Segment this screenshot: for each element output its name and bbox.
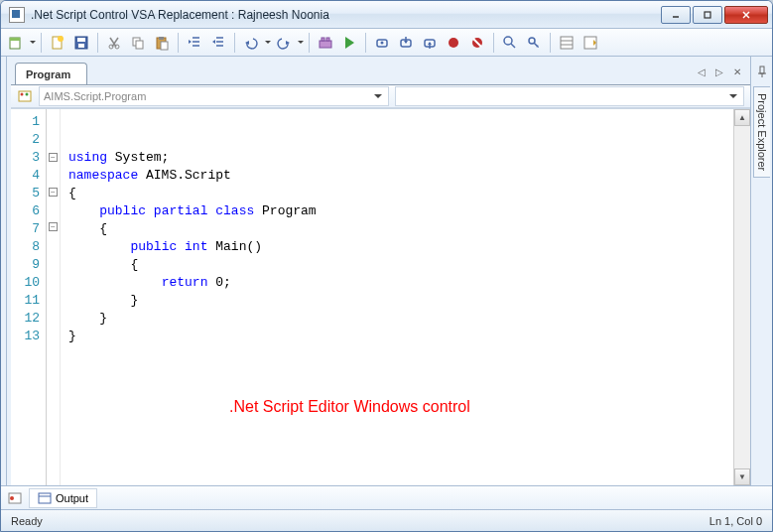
step-into-button[interactable]	[395, 32, 417, 54]
svg-marker-27	[212, 40, 215, 44]
scroll-down-icon[interactable]: ▼	[734, 468, 750, 485]
close-button[interactable]	[724, 6, 768, 24]
svg-marker-38	[404, 41, 408, 44]
svg-rect-31	[322, 38, 324, 41]
status-ready: Ready	[11, 515, 43, 527]
scroll-track[interactable]	[734, 126, 750, 468]
undo-button[interactable]	[240, 32, 262, 54]
project-explorer-tab[interactable]: Project Explorer	[753, 86, 770, 178]
undo-dropdown[interactable]	[264, 32, 271, 54]
tab-program[interactable]: Program	[15, 63, 87, 84]
svg-line-46	[511, 44, 515, 48]
line-number-gutter: 12345678910111213	[11, 109, 47, 485]
svg-point-56	[21, 93, 24, 96]
scroll-up-icon[interactable]: ▲	[734, 109, 750, 126]
vertical-scrollbar[interactable]: ▲ ▼	[733, 109, 750, 485]
cut-button[interactable]	[103, 32, 125, 54]
app-window: .Net Script Control VSA Replacement : Ra…	[0, 0, 773, 532]
new-file-button[interactable]	[47, 32, 68, 54]
paste-button[interactable]	[151, 32, 173, 54]
new-project-button[interactable]	[5, 32, 27, 54]
breakpoint-toggle-button[interactable]	[443, 32, 464, 54]
svg-rect-16	[136, 41, 143, 49]
fold-toggle[interactable]: −	[49, 222, 58, 231]
left-dock-stub[interactable]	[1, 57, 7, 485]
redo-dropdown[interactable]	[297, 32, 304, 54]
outdent-button[interactable]	[184, 32, 205, 54]
tab-next-icon[interactable]: ▷	[712, 65, 726, 78]
svg-point-35	[381, 41, 384, 44]
svg-rect-50	[561, 37, 573, 49]
navigation-bar: AIMS.Script.Program	[11, 84, 750, 108]
output-tab-label: Output	[56, 492, 88, 504]
build-button[interactable]	[315, 32, 336, 54]
output-icon	[38, 491, 52, 505]
editor-panel: Program ◁ ▷ ✕ AIMS.Script.Program 123456…	[11, 61, 750, 485]
window-title: .Net Script Control VSA Replacement : Ra…	[31, 8, 659, 22]
error-list-icon[interactable]	[7, 490, 23, 506]
overlay-line1: .Net Script Editor Windows control	[229, 389, 470, 425]
properties-button[interactable]	[556, 32, 578, 54]
bottom-tabstrip: Output	[1, 485, 772, 509]
fold-toggle[interactable]: −	[49, 153, 58, 162]
svg-rect-18	[159, 37, 164, 40]
svg-point-45	[504, 37, 512, 45]
app-icon	[9, 7, 25, 23]
save-button[interactable]	[70, 32, 92, 54]
svg-rect-32	[326, 38, 329, 41]
svg-rect-55	[19, 91, 31, 101]
minimize-button[interactable]	[661, 6, 691, 24]
svg-point-42	[449, 38, 458, 48]
find-next-button[interactable]	[523, 32, 545, 54]
svg-rect-9	[77, 38, 85, 42]
svg-marker-23	[189, 40, 192, 44]
tab-close-icon[interactable]: ✕	[730, 65, 744, 78]
run-button[interactable]	[338, 32, 360, 54]
fold-column[interactable]: −−−	[47, 109, 61, 485]
find-button[interactable]	[499, 32, 521, 54]
output-tab[interactable]: Output	[29, 488, 97, 508]
step-over-button[interactable]	[371, 32, 393, 54]
svg-point-7	[58, 36, 64, 42]
fold-toggle[interactable]: −	[49, 188, 58, 197]
svg-rect-5	[10, 38, 20, 41]
svg-rect-19	[161, 42, 168, 50]
svg-rect-63	[39, 493, 51, 503]
titlebar[interactable]: .Net Script Control VSA Replacement : Ra…	[1, 1, 772, 29]
options-button[interactable]	[580, 32, 601, 54]
maximize-button[interactable]	[693, 6, 722, 24]
new-project-dropdown[interactable]	[29, 32, 36, 54]
redo-button[interactable]	[273, 32, 295, 54]
step-out-button[interactable]	[419, 32, 441, 54]
tab-prev-icon[interactable]: ◁	[695, 65, 709, 78]
indent-button[interactable]	[207, 32, 229, 54]
main-area: Program ◁ ▷ ✕ AIMS.Script.Program 123456…	[1, 57, 772, 485]
svg-point-62	[10, 496, 14, 500]
svg-point-57	[26, 93, 29, 96]
right-dock: Project Explorer	[750, 57, 772, 485]
code-editor[interactable]: 12345678910111213 −−− using System;names…	[11, 108, 750, 485]
svg-marker-33	[345, 37, 354, 49]
svg-rect-1	[705, 12, 710, 18]
class-combo[interactable]: AIMS.Script.Program	[39, 86, 389, 106]
svg-line-48	[534, 43, 537, 46]
class-icon	[17, 88, 33, 104]
member-combo[interactable]	[395, 86, 745, 106]
code-text[interactable]: using System;namespace AIMS.Script{ publ…	[61, 109, 733, 485]
svg-rect-30	[320, 41, 331, 48]
breakpoint-clear-button[interactable]	[466, 32, 488, 54]
svg-marker-41	[428, 42, 432, 45]
status-bar: Ready Ln 1, Col 0	[1, 509, 772, 531]
main-toolbar	[1, 29, 772, 57]
svg-rect-10	[78, 44, 84, 48]
autohide-pin-icon[interactable]	[755, 65, 769, 78]
svg-rect-58	[760, 66, 764, 73]
document-tabstrip: Program ◁ ▷ ✕	[11, 61, 750, 84]
copy-button[interactable]	[127, 32, 149, 54]
status-position: Ln 1, Col 0	[709, 515, 762, 527]
